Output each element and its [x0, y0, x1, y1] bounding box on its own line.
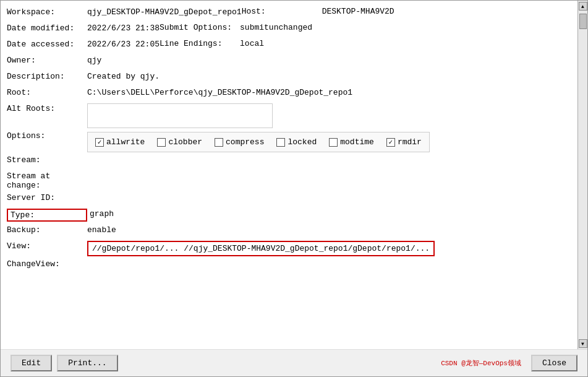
workspace-value: qjy_DESKTOP-MHA9V2D_gDepot_repo1 — [87, 7, 242, 17]
print-button[interactable]: Print... — [57, 355, 117, 371]
stream-at-change-label: Stream at change: — [7, 171, 87, 190]
changeview-label: ChangeView: — [7, 259, 87, 269]
description-label: Description: — [7, 71, 87, 81]
root-field: Root: C:\Users\DELL\Perforce\qjy_DESKTOP… — [7, 87, 565, 101]
option-clobber: clobber — [157, 137, 202, 147]
workspace-info-window: Workspace: qjy_DESKTOP-MHA9V2D_gDepot_re… — [0, 0, 588, 377]
description-field: Description: Created by qjy. — [7, 71, 565, 85]
alt-roots-label: Alt Roots: — [7, 103, 87, 113]
date-accessed-value: 2022/6/23 22:05 — [87, 39, 160, 49]
line-endings-label: Line Endings: — [160, 39, 240, 48]
locked-checkbox-icon[interactable] — [276, 138, 285, 147]
view-value: //gDepot/repo1/... //qjy_DESKTOP-MHA9V2D… — [87, 241, 435, 256]
submit-options-label: Submit Options: — [160, 23, 240, 32]
main-content: Workspace: qjy_DESKTOP-MHA9V2D_gDepot_re… — [1, 1, 577, 349]
options-field: Options: ✓ allwrite clobber compress — [7, 131, 565, 152]
stream-at-change-field: Stream at change: — [7, 171, 565, 190]
line-endings-value: local — [240, 39, 264, 48]
option-rmdir: ✓ rmdir — [386, 137, 422, 147]
server-id-value — [87, 193, 565, 205]
stream-field: Stream: — [7, 155, 565, 168]
footer-right: CSDN @龙智—DevOps领域 Close — [441, 355, 577, 371]
footer: Edit Print... CSDN @龙智—DevOps领域 Close — [1, 349, 587, 376]
option-locked: locked — [276, 137, 317, 147]
changeview-value — [87, 259, 565, 271]
options-box: ✓ allwrite clobber compress locked — [87, 132, 430, 152]
submit-options-field: Submit Options: submitunchanged — [160, 23, 312, 39]
edit-button[interactable]: Edit — [11, 355, 52, 371]
compress-checkbox-icon[interactable] — [215, 138, 223, 147]
close-button[interactable]: Close — [531, 355, 577, 371]
backup-label: Backup: — [7, 225, 87, 235]
rmdir-label: rmdir — [398, 137, 422, 147]
allwrite-label: allwrite — [106, 137, 145, 147]
server-id-label: Server ID: — [7, 193, 87, 202]
content-area: Workspace: qjy_DESKTOP-MHA9V2D_gDepot_re… — [1, 1, 587, 349]
alt-roots-field: Alt Roots: — [7, 103, 565, 128]
alt-roots-box — [87, 103, 273, 128]
allwrite-checkbox-icon[interactable]: ✓ — [95, 138, 104, 147]
row-date-accessed: Date accessed: 2022/6/23 22:05 Line Endi… — [7, 39, 565, 55]
root-label: Root: — [7, 87, 87, 97]
backup-field: Backup: enable — [7, 225, 565, 238]
host-value: DESKTOP-MHA9V2D — [322, 7, 394, 16]
changeview-field: ChangeView: — [7, 259, 565, 272]
type-field: Type: graph — [7, 209, 565, 222]
type-value: graph — [90, 209, 565, 219]
row-date-modified: Date modified: 2022/6/23 21:38 Submit Op… — [7, 23, 565, 39]
rmdir-checkbox-icon[interactable]: ✓ — [386, 138, 395, 147]
owner-field: Owner: qjy — [7, 55, 565, 69]
date-accessed-label: Date accessed: — [7, 39, 87, 49]
scroll-up-button[interactable]: ▲ — [579, 2, 587, 11]
view-field: View: //gDepot/repo1/... //qjy_DESKTOP-M… — [7, 241, 565, 256]
owner-label: Owner: — [7, 55, 87, 65]
modtime-checkbox-icon[interactable] — [329, 138, 338, 147]
clobber-label: clobber — [168, 137, 202, 147]
workspace-field: Workspace: qjy_DESKTOP-MHA9V2D_gDepot_re… — [7, 7, 242, 20]
type-label: Type: — [7, 209, 87, 222]
options-label: Options: — [7, 131, 87, 141]
stream-value — [87, 155, 565, 167]
row-workspace: Workspace: qjy_DESKTOP-MHA9V2D_gDepot_re… — [7, 7, 565, 23]
date-modified-label: Date modified: — [7, 23, 87, 33]
scroll-thumb[interactable] — [579, 14, 587, 29]
host-field: Host: DESKTOP-MHA9V2D — [242, 7, 394, 23]
root-value: C:\Users\DELL\Perforce\qjy_DESKTOP-MHA9V… — [87, 87, 565, 97]
stream-label: Stream: — [7, 155, 87, 165]
owner-value: qjy — [87, 55, 565, 65]
description-value: Created by qjy. — [87, 71, 565, 81]
compress-label: compress — [226, 137, 264, 147]
date-modified-field: Date modified: 2022/6/23 21:38 — [7, 23, 160, 37]
locked-label: locked — [288, 137, 317, 147]
scroll-track[interactable] — [579, 11, 587, 339]
watermark-text: CSDN @龙智—DevOps领域 — [441, 358, 521, 368]
date-accessed-field: Date accessed: 2022/6/23 22:05 — [7, 39, 160, 53]
view-label: View: — [7, 241, 87, 251]
server-id-field: Server ID: — [7, 193, 565, 206]
option-modtime: modtime — [329, 137, 374, 147]
backup-value: enable — [87, 225, 565, 235]
host-label: Host: — [242, 7, 322, 16]
clobber-checkbox-icon[interactable] — [157, 138, 166, 147]
scroll-down-button[interactable]: ▼ — [579, 339, 587, 348]
date-modified-value: 2022/6/23 21:38 — [87, 23, 160, 33]
workspace-label: Workspace: — [7, 7, 87, 17]
footer-buttons: Edit Print... — [11, 355, 118, 371]
line-endings-field: Line Endings: local — [160, 39, 264, 55]
option-compress: compress — [215, 137, 264, 147]
scrollbar[interactable]: ▲ ▼ — [577, 1, 587, 349]
option-allwrite: ✓ allwrite — [95, 137, 145, 147]
submit-options-value: submitunchanged — [240, 23, 312, 32]
modtime-label: modtime — [340, 137, 374, 147]
stream-at-change-value — [87, 171, 565, 183]
